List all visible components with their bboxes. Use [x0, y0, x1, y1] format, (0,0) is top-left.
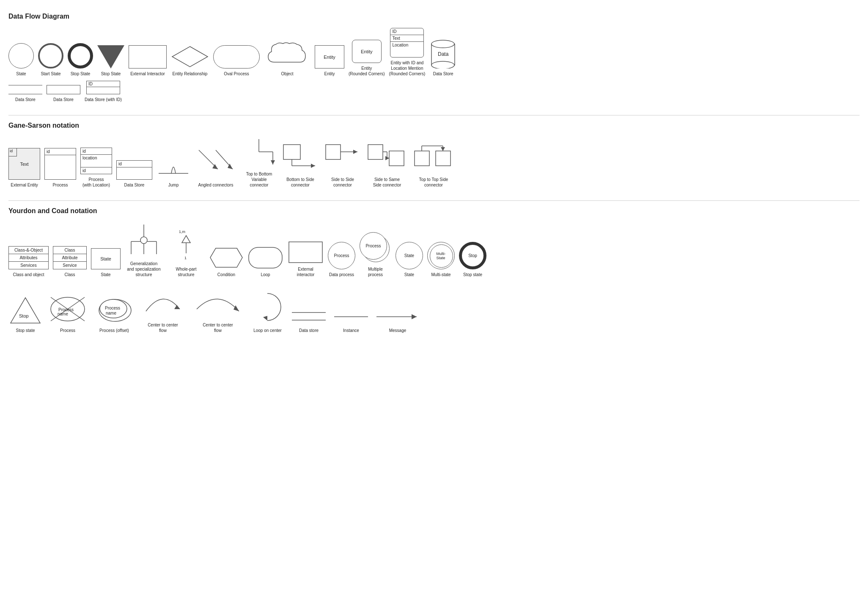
gs-ds-empty — [117, 167, 152, 179]
yc-process-name-item: Process name Process — [47, 293, 89, 333]
yc-ext-interactor-label: Externalinteractor — [297, 266, 315, 277]
ds2-label: Data Store — [53, 97, 74, 102]
yc-center-flow1-shape — [140, 286, 186, 320]
dfd-section: Data Flow Diagram State Start State Stop… — [8, 13, 860, 102]
yc-section: Yourdon and Coad notation Class-&-Object… — [8, 207, 860, 333]
dfd-row2: Data Store Data Store ID Data Store (wit… — [8, 81, 860, 102]
external-interactor-label: External Interactor — [130, 71, 165, 77]
entity-label: Entity — [324, 71, 335, 77]
gs-ds-shape: id — [116, 160, 152, 180]
gs-ds-id: id — [117, 161, 152, 167]
yc-loop-center-item: Loop on center — [250, 289, 286, 333]
entity-with-id-shape: ID Text Location — [390, 28, 424, 58]
entity-text-row: Text — [390, 35, 423, 42]
yc-instance-shape — [332, 308, 370, 325]
yc-stop-tri-item: Stop Stop state — [8, 296, 42, 333]
bottom-side-shape — [281, 143, 319, 174]
yc-process-offset-item: Process name Process (offset) — [93, 293, 135, 333]
dfd-entity: Entity Entity — [315, 45, 344, 77]
svg-rect-18 — [326, 145, 341, 159]
yc-multi-state-label: Multi-state — [431, 272, 450, 277]
yc-title: Yourdon and Coad notation — [8, 207, 860, 215]
svg-text:Stop: Stop — [19, 313, 29, 318]
jump-shape — [157, 156, 190, 180]
yc-state-circle-item: State State — [396, 242, 423, 277]
gs-data-store: id Data Store — [116, 160, 152, 188]
gen-spec-shape — [125, 222, 163, 258]
gs-bottom-side-label: Bottom to Sideconnector — [286, 177, 314, 188]
svg-rect-27 — [415, 151, 429, 166]
divider2 — [8, 200, 860, 201]
yc-class-label: Class — [64, 272, 75, 277]
start-state-label: Start State — [41, 71, 60, 77]
svg-point-38 — [140, 237, 147, 244]
loop-shape — [247, 246, 283, 269]
gs-process-loc: id location id Process(with Location) — [80, 148, 112, 188]
gs-angled-label: Angled connectors — [198, 182, 233, 188]
entity-rounded-label: Entity(Rounded Corners) — [349, 66, 385, 77]
yc-multi-state-shape: Multi-State — [427, 242, 455, 269]
stop-state-label1: Stop State — [71, 71, 91, 77]
entity-shape: Entity — [315, 45, 344, 69]
dfd-start-state: Start State — [38, 43, 63, 77]
yc-class-r2: Attribute — [53, 254, 86, 262]
svg-marker-17 — [311, 164, 315, 168]
top-top-side-shape — [412, 143, 455, 174]
cloud-shape — [264, 41, 310, 69]
start-state-shape — [38, 43, 63, 69]
data-store-cyl-label: Data Store — [433, 71, 453, 77]
gs-proc-loc-shape: id location id — [80, 148, 112, 174]
dfd-ds2: Data Store — [47, 85, 80, 102]
yc-gen-spec-label: Generalizationand specializationstructur… — [127, 261, 161, 277]
state-label: State — [16, 71, 26, 77]
yc-state-circle-label: State — [404, 272, 414, 277]
gs-process: id Process — [44, 148, 76, 188]
yc-data-process-label: Data process — [329, 272, 354, 277]
entity-rel-shape — [171, 45, 209, 69]
yc-state-item: State State — [91, 248, 121, 277]
yc-class-obj-r3: Services — [9, 262, 48, 269]
yc-state-circle-shape: State — [396, 242, 423, 269]
gs-ext-shape: id Text — [8, 148, 40, 180]
gs-ext-label: External Entity — [11, 182, 38, 188]
dfd-object: Object — [264, 41, 310, 77]
yc-row2: Stop Stop state Process name Process Pro… — [8, 286, 860, 333]
yc-data-store-shape — [290, 308, 328, 325]
svg-text:1,m: 1,m — [179, 230, 185, 234]
ds-line-shape — [8, 85, 42, 94]
ds-id-shape: ID — [86, 81, 120, 94]
gs-angled-connectors: Angled connectors — [195, 148, 237, 188]
svg-marker-46 — [11, 298, 40, 323]
gs-side-same-label: Side to SameSide connector — [373, 177, 401, 188]
yc-message-shape — [374, 308, 421, 325]
ds-empty — [87, 87, 120, 94]
yc-state-label: State — [101, 272, 110, 277]
yc-process-offset-shape: Process name — [93, 293, 135, 325]
yc-process-name-shape: Process name — [47, 293, 89, 325]
gs-external-entity: id Text External Entity — [8, 148, 40, 188]
gs-top-bottom-var: Top to BottomVariableconnector — [241, 137, 277, 188]
gs-row1: id Text External Entity id Process id lo… — [8, 137, 860, 188]
yc-data-store-item: Data store — [290, 308, 328, 333]
yc-gen-spec-item: Generalizationand specializationstructur… — [125, 222, 163, 277]
svg-rect-45 — [289, 242, 322, 263]
dfd-stop-state1: Stop State — [68, 43, 93, 77]
yc-ext-interactor-item: Externalinteractor — [288, 241, 324, 277]
dfd-entity-relationship: Entity Relationship — [171, 45, 209, 77]
yc-class-shape: Class Attribute Service — [53, 246, 87, 269]
svg-rect-28 — [436, 151, 450, 166]
dfd-entity-with-id: ID Text Location Entity with ID andLocat… — [389, 28, 426, 77]
yc-data-store-label: Data store — [299, 328, 319, 333]
divider1 — [8, 115, 860, 115]
svg-marker-0 — [172, 47, 208, 67]
yc-center-flow2-item: Center to centerflow — [190, 286, 245, 333]
external-interactor-shape — [129, 45, 167, 69]
gs-proc-id: id — [45, 148, 76, 155]
dfd-entity-rounded: Entity Entity(Rounded Corners) — [349, 40, 385, 77]
angled-shape — [195, 148, 237, 180]
gs-ds-label: Data Store — [124, 182, 145, 188]
yc-whole-part-label: Whole-partstructure — [176, 266, 197, 277]
svg-marker-40 — [182, 236, 190, 243]
svg-marker-13 — [271, 160, 275, 164]
svg-rect-14 — [283, 145, 300, 159]
